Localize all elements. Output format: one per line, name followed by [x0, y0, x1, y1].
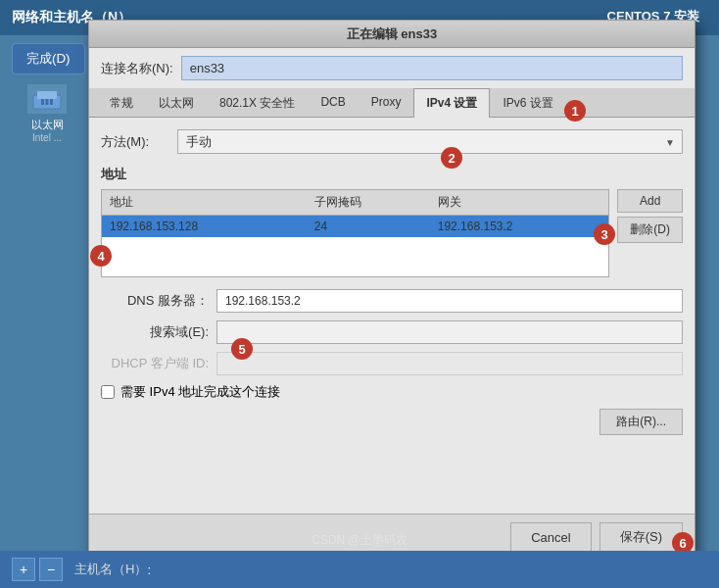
search-input[interactable] [216, 320, 683, 344]
plus-minus-controls: + − [12, 558, 63, 581]
delete-address-button[interactable]: 删除(D) [617, 217, 683, 243]
tab-dcb[interactable]: DCB [308, 88, 358, 118]
address-buttons: Add 删除(D) [617, 189, 683, 243]
col-address: 地址 [102, 190, 307, 216]
complete-button[interactable]: 完成(D) [12, 43, 85, 74]
cell-subnet: 24 [307, 216, 430, 238]
tab-ipv4[interactable]: IPv4 设置 [413, 88, 490, 118]
bottom-bar: + − 主机名（H） : [0, 551, 719, 588]
dhcp-label: DHCP 客户端 ID: [101, 355, 209, 372]
tab-ipv6[interactable]: IPv6 设置 [490, 88, 565, 118]
save-button[interactable]: 保存(S) [599, 522, 683, 552]
tab-general[interactable]: 常规 [97, 88, 146, 118]
method-select[interactable]: 自动(DHCP) 手动 仅本地链路 共享 禁用 [177, 129, 683, 154]
tab-8021x[interactable]: 802.1X 安全性 [207, 88, 308, 118]
conn-name-input[interactable] [181, 56, 683, 80]
cell-gateway: 192.168.153.2 [430, 216, 609, 238]
checkbox-label: 需要 IPv4 地址完成这个连接 [120, 383, 280, 401]
ethernet-icon [27, 84, 67, 114]
svg-rect-2 [41, 99, 44, 105]
route-row: 路由(R)... [101, 409, 683, 435]
tabs-bar: 常规 以太网 802.1X 安全性 DCB Proxy IPv4 设置 IPv6… [89, 88, 695, 118]
cancel-button[interactable]: Cancel [510, 522, 591, 552]
svg-rect-4 [50, 99, 53, 105]
dns-input[interactable] [216, 289, 683, 313]
modal-title-bar: 正在编辑 ens33 [89, 21, 695, 48]
search-row: 搜索域(E): [101, 320, 683, 344]
tab-content-ipv4: 方法(M): 自动(DHCP) 手动 仅本地链路 共享 禁用 地址 [89, 118, 695, 514]
dns-label: DNS 服务器： [101, 292, 209, 310]
hostname-colon: : [147, 563, 151, 577]
dhcp-input[interactable] [216, 352, 683, 375]
sidebar-sublabel: Intel ... [12, 132, 82, 143]
dns-row: DNS 服务器： [101, 289, 683, 313]
table-row-empty [102, 237, 608, 276]
dhcp-row: DHCP 客户端 ID: [101, 352, 683, 375]
tab-proxy[interactable]: Proxy [359, 88, 414, 118]
svg-rect-3 [46, 99, 49, 105]
address-section-title: 地址 [101, 166, 683, 183]
col-gateway: 网关 [430, 190, 609, 216]
conn-name-row: 连接名称(N): [89, 48, 695, 88]
remove-connection-button[interactable]: − [39, 558, 63, 581]
address-table: 地址 子网掩码 网关 192.168.153.128 24 192.168.15… [102, 190, 608, 276]
modal-title: 正在编辑 ens33 [347, 25, 437, 43]
badge-5: 5 [231, 338, 253, 360]
cell-address: 192.168.153.128 [102, 216, 307, 238]
badge-4: 4 [90, 245, 112, 267]
table-row[interactable]: 192.168.153.128 24 192.168.153.2 [102, 216, 608, 238]
conn-name-label: 连接名称(N): [101, 60, 173, 77]
address-table-wrapper: 地址 子网掩码 网关 192.168.153.128 24 192.168.15… [101, 189, 609, 277]
route-button[interactable]: 路由(R)... [599, 409, 683, 435]
badge-1: 1 [564, 100, 586, 122]
svg-rect-1 [37, 91, 57, 99]
method-label: 方法(M): [101, 133, 169, 151]
add-address-button[interactable]: Add [617, 189, 683, 213]
badge-3: 3 [594, 223, 615, 245]
address-left: 地址 子网掩码 网关 192.168.153.128 24 192.168.15… [101, 189, 609, 281]
add-connection-button[interactable]: + [12, 558, 35, 581]
search-label: 搜索域(E): [101, 323, 209, 341]
method-select-wrapper: 自动(DHCP) 手动 仅本地链路 共享 禁用 [177, 129, 683, 154]
sidebar-item-ethernet[interactable]: 以太网 Intel ... [8, 76, 86, 151]
sidebar-label: 以太网 [12, 118, 82, 132]
require-ipv4-checkbox[interactable] [101, 385, 115, 399]
method-row: 方法(M): 自动(DHCP) 手动 仅本地链路 共享 禁用 [101, 129, 683, 154]
badge-2: 2 [441, 147, 462, 169]
watermark: CSDN @土墨码农 [312, 532, 407, 549]
edit-dialog: 正在编辑 ens33 连接名称(N): 常规 以太网 802.1X 安全性 DC… [88, 20, 695, 561]
tab-ethernet[interactable]: 以太网 [146, 88, 207, 118]
hostname-label: 主机名（H） [74, 561, 147, 578]
checkbox-row: 需要 IPv4 地址完成这个连接 [101, 383, 683, 401]
col-subnet: 子网掩码 [307, 190, 430, 216]
